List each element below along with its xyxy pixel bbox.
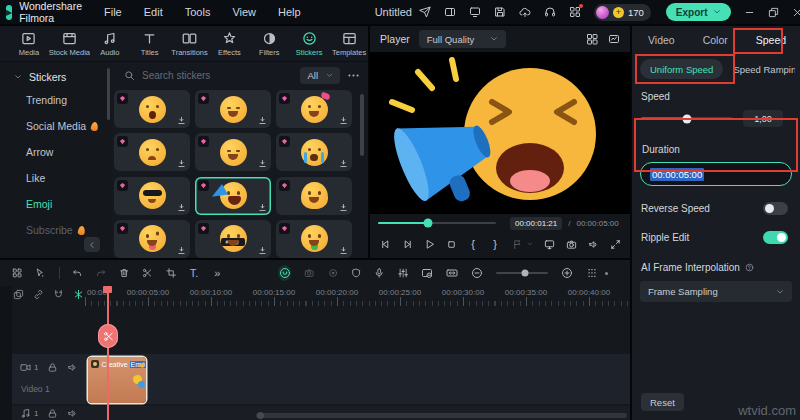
pleading-emoji-sticker[interactable] bbox=[114, 133, 190, 171]
cool-sunglasses-emoji-sticker[interactable] bbox=[114, 177, 190, 215]
lock-icon[interactable] bbox=[47, 408, 58, 419]
save-icon[interactable] bbox=[494, 6, 506, 18]
cursing-angry-emoji-sticker[interactable]: #?!@ bbox=[195, 220, 271, 258]
volume-icon[interactable] bbox=[588, 239, 599, 250]
previous-frame-icon[interactable] bbox=[380, 239, 391, 250]
sidebar-item-like[interactable]: Like bbox=[0, 165, 112, 191]
sidebar-item-emoji[interactable]: Emoji bbox=[0, 191, 112, 217]
magnet-icon[interactable] bbox=[53, 289, 64, 300]
quality-dropdown[interactable]: Full Quality bbox=[419, 30, 507, 48]
seek-bar[interactable] bbox=[378, 222, 496, 225]
speed-slider[interactable] bbox=[641, 117, 733, 120]
camera-icon[interactable] bbox=[304, 267, 314, 279]
download-icon[interactable] bbox=[339, 159, 348, 168]
stop-icon[interactable] bbox=[446, 239, 457, 250]
next-frame-icon[interactable] bbox=[402, 239, 413, 250]
download-icon[interactable] bbox=[258, 116, 267, 125]
frame-interpolation-dropdown[interactable]: Frame Sampling bbox=[640, 281, 792, 302]
properties-tab-speed[interactable]: Speed bbox=[756, 34, 786, 46]
apps-icon[interactable] bbox=[12, 267, 22, 279]
multiview-icon[interactable] bbox=[586, 33, 598, 45]
tab-audio[interactable]: Audio bbox=[91, 31, 129, 57]
shocked-emoji-sticker[interactable] bbox=[114, 90, 190, 128]
reverse-speed-toggle[interactable] bbox=[763, 202, 788, 215]
play-icon[interactable] bbox=[424, 239, 435, 250]
current-timecode[interactable]: 00:00:01:21 bbox=[510, 217, 562, 230]
speaker-icon[interactable] bbox=[67, 408, 78, 419]
undo-icon[interactable] bbox=[72, 267, 82, 279]
collapse-sidebar-button[interactable] bbox=[84, 237, 100, 252]
download-icon[interactable] bbox=[177, 159, 186, 168]
timeline-clip[interactable]: Creative Emo bbox=[88, 357, 146, 403]
select-tool-icon[interactable] bbox=[35, 267, 45, 279]
fit-timeline-icon[interactable] bbox=[446, 267, 458, 279]
marker-icon[interactable] bbox=[512, 239, 523, 250]
download-icon[interactable] bbox=[339, 116, 348, 125]
snapshot-icon[interactable] bbox=[566, 239, 577, 250]
video-preview[interactable] bbox=[370, 52, 630, 214]
tab-templates[interactable]: Templates bbox=[330, 31, 368, 57]
download-icon[interactable] bbox=[258, 203, 267, 212]
download-icon[interactable] bbox=[177, 116, 186, 125]
ripple-edit-toggle[interactable] bbox=[763, 231, 788, 244]
grid-scrollbar[interactable] bbox=[360, 94, 364, 156]
search-input[interactable]: Search stickers bbox=[142, 70, 293, 81]
playhead-handle[interactable] bbox=[103, 286, 112, 293]
tab-titles[interactable]: Titles bbox=[131, 31, 169, 57]
text-tool-icon[interactable]: T. bbox=[189, 267, 199, 279]
download-icon[interactable] bbox=[339, 203, 348, 212]
menu-help[interactable]: Help bbox=[278, 6, 301, 18]
filter-dropdown[interactable]: All bbox=[300, 67, 340, 84]
download-icon[interactable] bbox=[177, 203, 186, 212]
uniform-speed-button[interactable]: Uniform Speed bbox=[640, 59, 723, 79]
track-manager-icon[interactable] bbox=[586, 267, 598, 279]
tab-media[interactable]: Media bbox=[10, 31, 48, 57]
mirror-icon[interactable] bbox=[544, 239, 555, 250]
zany-emoji-sticker[interactable] bbox=[114, 220, 190, 258]
shield-icon[interactable] bbox=[351, 267, 361, 279]
zoom-out-icon[interactable] bbox=[471, 267, 483, 279]
tab-stock-media[interactable]: Stock Media bbox=[50, 31, 89, 57]
sidebar-item-trending[interactable]: Trending bbox=[0, 87, 112, 113]
mixer-icon[interactable] bbox=[398, 267, 408, 279]
speed-ramping-button[interactable]: Speed Ramping bbox=[733, 64, 795, 75]
sidebar-header[interactable]: Stickers bbox=[0, 62, 112, 87]
scissors-icon[interactable] bbox=[142, 267, 152, 279]
video-track-icon[interactable] bbox=[20, 362, 31, 373]
zoom-in-icon[interactable] bbox=[561, 267, 573, 279]
redo-icon[interactable] bbox=[96, 267, 106, 279]
ruler-ticks[interactable]: 00:0000:00:05:0000:00:10:0000:00:15:0000… bbox=[85, 286, 630, 306]
download-icon[interactable] bbox=[177, 246, 186, 255]
timeline-zoom-slider[interactable] bbox=[496, 272, 548, 274]
tab-transitions[interactable]: Transitions bbox=[171, 31, 209, 57]
account-coin-pill[interactable]: + 170 bbox=[594, 4, 651, 21]
laughing-girl-emoji-sticker[interactable] bbox=[276, 90, 352, 128]
download-icon[interactable] bbox=[258, 246, 267, 255]
minimize-icon[interactable] bbox=[744, 7, 755, 18]
more-icon[interactable]: » bbox=[212, 267, 222, 279]
menu-file[interactable]: File bbox=[104, 6, 122, 18]
tab-filters[interactable]: Filters bbox=[250, 31, 288, 57]
download-icon[interactable] bbox=[258, 159, 267, 168]
fullscreen-icon[interactable] bbox=[610, 239, 621, 250]
speaker-icon[interactable] bbox=[67, 362, 78, 373]
duration-input[interactable]: 00:00:05:00 bbox=[640, 162, 792, 186]
timeline-scrollbar[interactable] bbox=[256, 413, 627, 418]
properties-tab-video[interactable]: Video bbox=[648, 34, 675, 46]
mark-out-icon[interactable]: } bbox=[490, 239, 501, 250]
seek-knob[interactable] bbox=[423, 219, 432, 228]
mic-icon[interactable] bbox=[374, 267, 384, 279]
display-icon[interactable] bbox=[469, 6, 481, 18]
apps-icon[interactable] bbox=[569, 6, 581, 18]
render-icon[interactable] bbox=[421, 267, 433, 279]
menu-tools[interactable]: Tools bbox=[185, 6, 211, 18]
download-icon[interactable] bbox=[339, 246, 348, 255]
support-icon[interactable] bbox=[544, 6, 556, 18]
playhead[interactable] bbox=[107, 286, 109, 420]
close-icon[interactable] bbox=[792, 7, 800, 18]
add-media-icon[interactable] bbox=[13, 289, 24, 300]
speed-value[interactable]: 1,00 bbox=[743, 110, 783, 127]
link-icon[interactable] bbox=[33, 289, 44, 300]
lock-icon[interactable] bbox=[47, 362, 58, 373]
ai-stylize-icon[interactable] bbox=[279, 267, 291, 279]
